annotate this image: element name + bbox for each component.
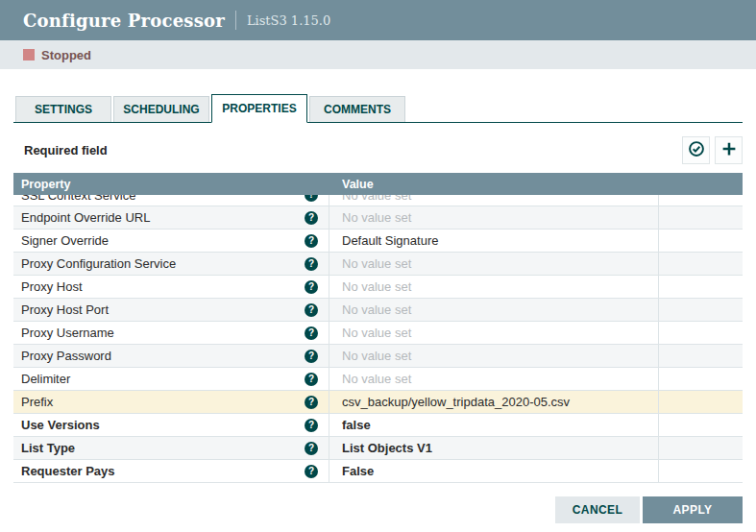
row-spacer-cell bbox=[659, 460, 743, 483]
column-header-property: Property bbox=[13, 178, 329, 191]
tab-bar: SETTINGSSCHEDULINGPROPERTIESCOMMENTS bbox=[13, 94, 743, 123]
property-row: Proxy Password?No value set bbox=[13, 345, 743, 368]
help-icon[interactable]: ? bbox=[305, 419, 318, 432]
required-field-label: Required field bbox=[24, 143, 108, 157]
help-icon[interactable]: ? bbox=[305, 257, 318, 271]
row-spacer-cell bbox=[659, 230, 743, 253]
add-property-button[interactable] bbox=[715, 136, 743, 164]
property-row: Requester Pays?False bbox=[13, 460, 743, 483]
help-icon[interactable]: ? bbox=[305, 211, 318, 225]
property-name: Requester Pays bbox=[21, 464, 115, 478]
property-name-cell: SSL Context Service? bbox=[13, 195, 329, 206]
status-bar: Stopped bbox=[0, 40, 756, 69]
property-name: Proxy Configuration Service bbox=[21, 256, 176, 271]
property-value-cell[interactable]: Default Signature bbox=[329, 230, 659, 253]
help-icon[interactable]: ? bbox=[305, 465, 318, 478]
dialog-header: Configure Processor ListS3 1.15.0 bbox=[0, 0, 756, 40]
row-spacer-cell bbox=[659, 195, 743, 206]
column-header-value: Value bbox=[329, 178, 659, 191]
row-spacer-cell bbox=[659, 437, 743, 460]
properties-table: Property Value SSL Context Service?No va… bbox=[13, 173, 743, 483]
help-icon[interactable]: ? bbox=[305, 442, 318, 455]
dialog-content: SETTINGSSCHEDULINGPROPERTIESCOMMENTS Req… bbox=[0, 94, 756, 523]
property-name-cell: Proxy Password? bbox=[13, 345, 329, 368]
verify-properties-button[interactable] bbox=[682, 136, 710, 164]
property-name: Proxy Host Port bbox=[21, 302, 109, 317]
property-value-cell[interactable]: No value set bbox=[329, 206, 659, 230]
help-icon[interactable]: ? bbox=[305, 303, 318, 317]
property-name-cell: Signer Override? bbox=[13, 230, 329, 253]
help-icon[interactable]: ? bbox=[305, 195, 318, 202]
toolbar-buttons bbox=[682, 136, 743, 164]
tab-scheduling[interactable]: SCHEDULING bbox=[113, 96, 209, 122]
tab-comments[interactable]: COMMENTS bbox=[309, 96, 405, 122]
property-value-cell[interactable]: List Objects V1 bbox=[329, 437, 659, 460]
properties-toolbar: Required field bbox=[13, 135, 743, 164]
property-row: Delimiter?No value set bbox=[13, 368, 743, 391]
table-header: Property Value bbox=[13, 173, 743, 195]
properties-table-body: SSL Context Service?No value setEndpoint… bbox=[13, 195, 743, 483]
property-name-cell: Requester Pays? bbox=[13, 460, 329, 483]
property-name-cell: Prefix? bbox=[13, 391, 329, 414]
row-spacer-cell bbox=[659, 206, 743, 230]
property-row: Use Versions?false bbox=[13, 414, 743, 437]
property-value-cell[interactable]: No value set bbox=[329, 368, 659, 391]
tab-settings[interactable]: SETTINGS bbox=[15, 96, 111, 122]
property-value-cell[interactable]: No value set bbox=[329, 276, 659, 299]
row-spacer-cell bbox=[659, 345, 743, 368]
property-value-cell[interactable]: No value set bbox=[329, 299, 659, 322]
property-name: Prefix bbox=[21, 395, 53, 409]
property-row: Endpoint Override URL?No value set bbox=[13, 206, 743, 230]
property-value-cell[interactable]: No value set bbox=[329, 195, 659, 206]
property-name-cell: Endpoint Override URL? bbox=[13, 206, 329, 230]
dialog-footer: CANCEL APPLY bbox=[13, 496, 743, 523]
property-value-cell[interactable]: No value set bbox=[329, 345, 659, 368]
help-icon[interactable]: ? bbox=[305, 280, 318, 294]
help-icon[interactable]: ? bbox=[305, 396, 318, 409]
property-name: Use Versions bbox=[21, 418, 100, 432]
help-icon[interactable]: ? bbox=[305, 373, 318, 386]
apply-button[interactable]: APPLY bbox=[643, 496, 743, 523]
property-name-cell: List Type? bbox=[13, 437, 329, 460]
property-name-cell: Proxy Host Port? bbox=[13, 299, 329, 322]
property-row: List Type?List Objects V1 bbox=[13, 437, 743, 460]
property-name: List Type bbox=[21, 441, 75, 455]
property-row: Prefix?csv_backup/yellow_tripdata_2020-0… bbox=[13, 391, 743, 414]
property-value-cell[interactable]: csv_backup/yellow_tripdata_2020-05.csv bbox=[329, 391, 659, 414]
property-name: Proxy Host bbox=[21, 279, 83, 294]
row-spacer-cell bbox=[659, 368, 743, 391]
property-row: Proxy Username?No value set bbox=[13, 322, 743, 345]
tab-properties[interactable]: PROPERTIES bbox=[211, 94, 307, 123]
property-row: Proxy Host?No value set bbox=[13, 276, 743, 299]
row-spacer-cell bbox=[659, 299, 743, 322]
help-icon[interactable]: ? bbox=[305, 350, 318, 363]
property-value-cell[interactable]: No value set bbox=[329, 253, 659, 276]
cancel-button[interactable]: CANCEL bbox=[555, 496, 640, 523]
property-name-cell: Proxy Host? bbox=[13, 276, 329, 299]
property-name: Proxy Username bbox=[21, 326, 114, 340]
status-label: Stopped bbox=[41, 48, 91, 62]
property-name: Delimiter bbox=[21, 372, 70, 386]
property-name-cell: Delimiter? bbox=[13, 368, 329, 391]
title-divider bbox=[235, 11, 236, 30]
property-row: Proxy Configuration Service?No value set bbox=[13, 253, 743, 276]
row-spacer-cell bbox=[659, 414, 743, 437]
property-name: Signer Override bbox=[21, 233, 109, 248]
property-row: SSL Context Service?No value set bbox=[13, 195, 743, 206]
row-spacer-cell bbox=[659, 322, 743, 345]
help-icon[interactable]: ? bbox=[305, 234, 318, 248]
property-name: Proxy Password bbox=[21, 349, 111, 363]
property-name-cell: Proxy Configuration Service? bbox=[13, 253, 329, 276]
stopped-state-icon bbox=[23, 49, 35, 60]
check-circle-icon bbox=[688, 140, 705, 160]
property-name: SSL Context Service bbox=[21, 195, 135, 203]
property-value-cell[interactable]: False bbox=[329, 460, 659, 483]
property-row: Signer Override?Default Signature bbox=[13, 230, 743, 253]
property-name-cell: Proxy Username? bbox=[13, 322, 329, 345]
row-spacer-cell bbox=[659, 276, 743, 299]
help-icon[interactable]: ? bbox=[305, 326, 318, 340]
row-spacer-cell bbox=[659, 253, 743, 276]
processor-name-version: ListS3 1.15.0 bbox=[247, 13, 330, 28]
property-value-cell[interactable]: false bbox=[329, 414, 659, 437]
property-value-cell[interactable]: No value set bbox=[329, 322, 659, 345]
